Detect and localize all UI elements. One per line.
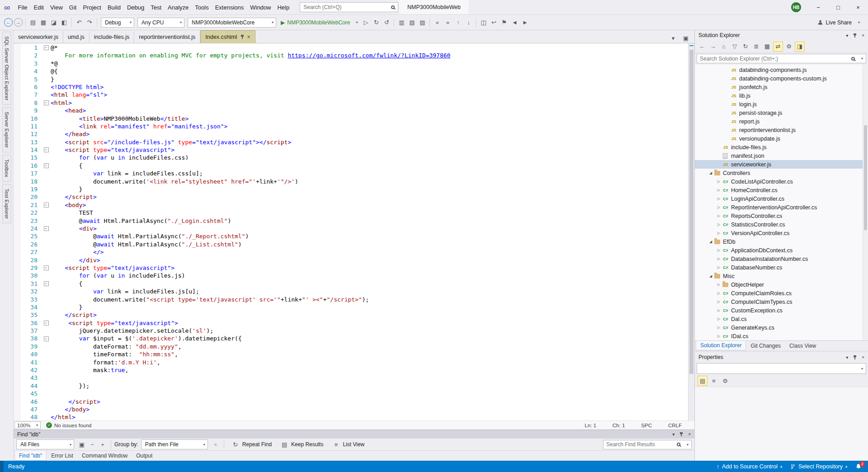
comment-out-icon[interactable]: ▧ [407, 18, 417, 28]
window-position-icon[interactable]: ▾ [846, 355, 848, 360]
code-line[interactable]: 48</html> [21, 413, 688, 420]
code-line[interactable]: 14− <script type="text/javascript"> [21, 146, 688, 154]
doc-tab-serviceworker.js[interactable]: serviceworker.js [14, 31, 63, 43]
group-by-dropdown[interactable]: Path then File▾ [141, 439, 208, 449]
code-line[interactable]: 41 format:'d.m.Y H:i', [21, 359, 688, 366]
collapse-all-icon[interactable]: ≣ [751, 42, 761, 52]
chevron-collapsed-icon[interactable]: ▷ [716, 300, 722, 304]
pin-icon[interactable] [853, 33, 857, 38]
preview-selected-items-icon[interactable]: ◨ [795, 42, 805, 52]
hot-reload-icon[interactable]: ↻ [371, 18, 381, 28]
tree-item-GenerateKeys.cs[interactable]: ▷C#GenerateKeys.cs [695, 323, 868, 332]
menu-analyze[interactable]: Analyze [165, 1, 192, 14]
menu-build[interactable]: Build [104, 1, 124, 14]
tree-item-persist-storage.js[interactable]: JSpersist-storage.js [695, 109, 868, 117]
chevron-collapsed-icon[interactable]: ▷ [716, 308, 722, 312]
chevron-collapsed-icon[interactable]: ▷ [716, 257, 722, 261]
list-view-button[interactable]: ≡ List View [328, 439, 368, 450]
scrollbar-thumb[interactable] [864, 125, 867, 230]
select-repository-button[interactable]: Select Repository ▴ [790, 463, 847, 470]
doc-tab-reportinterventionlist.js[interactable]: reportinterventionlist.js [134, 31, 200, 43]
repeat-find-button[interactable]: ↻ Repeat Find [227, 439, 275, 450]
solution-explorer-search-box[interactable]: Search Solution Explorer (Ctrl+;) ▾ [697, 54, 866, 63]
chevron-collapsed-icon[interactable]: ▷ [716, 283, 722, 287]
fold-collapse-icon[interactable]: − [44, 203, 49, 208]
code-line[interactable]: 47 </body> [21, 406, 688, 413]
menu-window[interactable]: Window [247, 1, 274, 14]
toggle-bookmark-icon[interactable]: ⚑ [499, 18, 509, 28]
code-line[interactable]: 29− <script type="text/javascript"> [21, 264, 688, 272]
line-ending-indicator[interactable]: CRLF [668, 423, 682, 428]
startup-project-dropdown[interactable]: NMP3000MobileWebCore▾ [188, 18, 276, 28]
code-line[interactable]: 43 [21, 374, 688, 382]
doc-tab-include-files.js[interactable]: include-files.js [90, 31, 135, 43]
tool-strip-tab-sql-server-object-explorer[interactable]: SQL Server Object Explorer [2, 32, 11, 105]
code-line[interactable]: 44 }); [21, 382, 688, 390]
live-share-button[interactable]: Live Share ▾ [817, 19, 864, 26]
chevron-expanded-icon[interactable]: ◢ [708, 171, 714, 175]
code-line[interactable]: 46 </script> [21, 398, 688, 406]
code-line[interactable]: 4@{ [21, 67, 688, 75]
toggle-layout-icon[interactable]: ▣ [681, 33, 691, 43]
forward-icon[interactable]: → [708, 42, 718, 52]
code-line[interactable]: 16− { [21, 162, 688, 170]
notifications-button[interactable]: 2 [855, 463, 862, 470]
chevron-collapsed-icon[interactable]: ▷ [716, 231, 722, 235]
code-line[interactable]: 11 <link rel="manifest" href="manifest.j… [21, 123, 688, 130]
back-icon[interactable]: ← [4, 18, 13, 27]
code-line[interactable]: 40 timeFormat: "hh:mm:ss", [21, 350, 688, 358]
collapse-groups-icon[interactable]: − [87, 439, 97, 449]
tree-item-reportinterventionlist.js[interactable]: JSreportinterventionlist.js [695, 126, 868, 134]
properties-object-dropdown[interactable]: ▾ [697, 363, 866, 374]
chevron-expanded-icon[interactable]: ◢ [708, 274, 714, 278]
menu-git[interactable]: Git [66, 1, 80, 14]
tree-item-databinding-components-custom.js[interactable]: JSdatabinding-components-custom.js [695, 74, 868, 83]
code-line[interactable]: 36− <script type="text/javascript"> [21, 319, 688, 327]
code-line[interactable]: 8−<html> [21, 99, 688, 107]
tool-tab-find-idb-[interactable]: Find "idb" [14, 451, 47, 461]
chevron-collapsed-icon[interactable]: ▷ [716, 197, 722, 201]
code-line[interactable]: 2 For more information on enabling MVC f… [21, 52, 688, 59]
health-check-icon[interactable]: ✓ [46, 422, 52, 428]
chevron-collapsed-icon[interactable]: ▷ [716, 265, 722, 269]
refresh-icon[interactable]: ↻ [741, 42, 750, 52]
chevron-collapsed-icon[interactable]: ▷ [716, 179, 722, 184]
next-bookmark-icon[interactable]: ► [520, 18, 530, 28]
tree-item-Controllers[interactable]: ◢Controllers [695, 169, 868, 177]
show-all-files-icon[interactable]: ▦ [762, 42, 772, 52]
code-line[interactable]: 30 for (var u in includeFiles.js) [21, 272, 688, 279]
configuration-dropdown[interactable]: Debug▾ [101, 18, 134, 28]
menu-test[interactable]: Test [147, 1, 165, 14]
user-avatar[interactable]: HB [791, 2, 801, 12]
chevron-collapsed-icon[interactable]: ▷ [716, 317, 722, 321]
code-line[interactable]: 7<html lang="sl"> [21, 91, 688, 99]
code-line[interactable]: 37 jQuery.datetimepicker.setLocale('sl')… [21, 327, 688, 335]
code-line[interactable]: 33 document.write("<script type='text/ja… [21, 296, 688, 303]
new-project-icon[interactable]: ▤ [28, 18, 38, 28]
chevron-collapsed-icon[interactable]: ▷ [716, 205, 722, 209]
chevron-collapsed-icon[interactable]: ▷ [716, 188, 722, 192]
menu-extensions[interactable]: Extensions [212, 1, 247, 14]
maximize-button[interactable]: □ [828, 0, 848, 14]
code-line[interactable]: 20 </script> [21, 193, 688, 201]
copy-results-icon[interactable]: ▣ [77, 439, 87, 449]
active-files-dropdown-icon[interactable]: ▾ [668, 33, 678, 43]
alphabetical-icon[interactable]: ≡ [709, 376, 719, 386]
tree-item-versionupdate.js[interactable]: JSversionupdate.js [695, 134, 868, 143]
tree-item-CodeListApiController.cs[interactable]: ▷C#CodeListApiController.cs [695, 177, 868, 186]
tree-item-jsonfetch.js[interactable]: JSjsonfetch.js [695, 83, 868, 91]
menu-file[interactable]: File [15, 1, 31, 14]
zoom-dropdown[interactable]: 100% ▾ [14, 421, 41, 429]
tree-item-DatabaseNumber.cs[interactable]: ▷C#DatabaseNumber.cs [695, 263, 868, 272]
back-icon[interactable]: ← [697, 42, 707, 52]
code-line[interactable]: 5} [21, 76, 688, 83]
chevron-collapsed-icon[interactable]: ▷ [716, 326, 722, 330]
code-line[interactable]: 3*@ [21, 60, 688, 67]
chevron-collapsed-icon[interactable]: ▷ [716, 222, 722, 227]
menu-edit[interactable]: Edit [31, 1, 47, 14]
code-line[interactable]: 22 TEST [21, 209, 688, 217]
find-results-titlebar[interactable]: Find "idb" ▾× [14, 430, 694, 439]
find-scope-dropdown[interactable]: All Files▾ [16, 439, 74, 449]
previous-bookmark-icon[interactable]: ◄ [509, 18, 519, 28]
start-without-debugging-icon[interactable]: ▷ [361, 18, 371, 28]
